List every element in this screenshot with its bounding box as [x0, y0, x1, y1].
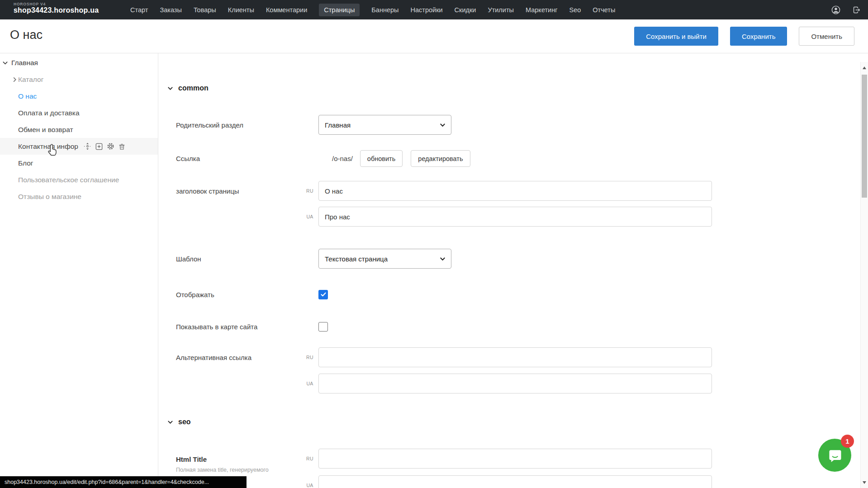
menu-item-start[interactable]: Старт — [130, 4, 148, 16]
scrollbar-down-button[interactable] — [861, 479, 868, 486]
chevron-right-icon[interactable] — [12, 76, 18, 82]
field-label: Альтернативная ссылка — [176, 354, 303, 361]
menu-item-seo[interactable]: Seo — [569, 4, 581, 16]
sidebar-item-kontaktnaya-informatsiya[interactable]: Контактная инфор — [0, 138, 158, 155]
lang-tag-ru: RU — [303, 456, 317, 461]
scrollbar-thumb[interactable] — [862, 75, 867, 198]
parent-section-row: Родительский раздел Главная — [176, 115, 856, 135]
sitemap-checkbox[interactable] — [318, 322, 328, 332]
sidebar-item-obmen-i-vozvrat[interactable]: Обмен и возврат — [0, 121, 158, 138]
page-title: О нас — [10, 28, 43, 42]
sidebar-item-katalog[interactable]: Каталог — [0, 71, 158, 88]
menu-item-banners[interactable]: Баннеры — [371, 4, 398, 16]
chat-notification-badge[interactable]: 1 — [841, 435, 854, 448]
sidebar-item-glavnaya[interactable]: Главная — [0, 54, 158, 71]
field-label-block: Html Title Полная замена title, генериру… — [176, 455, 303, 473]
field-label: Ссылка — [176, 155, 318, 162]
main-menu: Старт Заказы Товары Клиенты Комментарии … — [130, 0, 615, 19]
menu-item-reports[interactable]: Отчеты — [593, 4, 615, 16]
logo-version-label: HOROSHOP V4 — [14, 2, 99, 6]
select-value: Текстовая страница — [325, 255, 388, 263]
header-buttons: Сохранить и выйти Сохранить Отменить — [634, 27, 854, 46]
sidebar-item-label: О нас — [18, 92, 37, 100]
template-select[interactable]: Текстовая страница — [318, 249, 451, 269]
chevron-down-icon — [167, 419, 173, 425]
chevron-down-icon — [167, 85, 173, 91]
cancel-button[interactable]: Отменить — [799, 27, 854, 46]
delete-icon[interactable] — [119, 143, 125, 150]
menu-item-products[interactable]: Товары — [194, 4, 216, 16]
html-title-input-ru[interactable] — [318, 449, 712, 469]
select-value: Главная — [325, 121, 351, 129]
sidebar-item-label: Контактная инфор — [18, 142, 78, 151]
chevron-down-icon — [440, 256, 446, 262]
lang-tag-ua: UA — [303, 381, 317, 386]
sidebar-item-label: Главная — [11, 59, 38, 67]
html-title-ua-row: UA — [176, 475, 856, 488]
tree-item-actions — [84, 142, 125, 150]
menu-item-marketing[interactable]: Маркетинг — [526, 4, 558, 16]
alt-link-input-ua[interactable] — [318, 374, 712, 393]
page-title-ua-row: UA — [176, 207, 856, 227]
display-checkbox[interactable] — [318, 290, 328, 299]
logout-icon[interactable] — [852, 5, 862, 15]
sidebar-item-label: Блог — [18, 159, 33, 167]
alt-link-ua-row: UA — [176, 374, 856, 393]
lang-tag-ua: UA — [303, 483, 317, 488]
sidebar-item-blog[interactable]: Блог — [0, 155, 158, 171]
page-edit-form: common Родительский раздел Главная Ссылк… — [159, 53, 856, 488]
menu-item-discounts[interactable]: Скидки — [455, 4, 476, 16]
logo[interactable]: HOROSHOP V4 shop34423.horoshop.ua — [14, 2, 99, 14]
page-header: О нас Сохранить и выйти Сохранить Отмени… — [0, 19, 868, 53]
triangle-up-icon — [863, 66, 866, 69]
parent-section-select[interactable]: Главная — [318, 115, 451, 135]
section-seo-header[interactable]: seo — [167, 418, 191, 426]
field-label: Html Title — [176, 455, 303, 463]
sidebar-item-label: Пользовательское соглашение — [18, 176, 119, 184]
page-title-input-ua[interactable] — [318, 207, 712, 227]
html-title-ru-row: Html Title Полная замена title, генериру… — [176, 449, 856, 469]
move-icon[interactable] — [84, 142, 91, 150]
lang-tag-ru: RU — [303, 188, 317, 194]
menu-item-utilities[interactable]: Утилиты — [488, 4, 514, 16]
sidebar-item-otzyvy-o-magazine[interactable]: Отзывы о магазине — [0, 188, 158, 205]
scrollbar-up-button[interactable] — [861, 64, 868, 71]
sidebar-item-o-nas[interactable]: О нас — [0, 88, 158, 104]
display-row: Отображать — [176, 289, 856, 300]
chevron-down-icon — [440, 122, 446, 128]
sitemap-row: Показывать в карте сайта — [176, 321, 856, 332]
sidebar-item-oplata-i-dostavka[interactable]: Оплата и доставка — [0, 104, 158, 121]
sidebar-item-label: Отзывы о магазине — [18, 193, 81, 201]
chevron-down-icon[interactable] — [2, 60, 8, 66]
save-and-exit-button[interactable]: Сохранить и выйти — [634, 27, 718, 46]
vertical-scrollbar[interactable] — [860, 62, 868, 488]
page-title-ru-row: заголовок страницы RU — [176, 181, 856, 201]
alt-link-ru-row: Альтернативная ссылка RU — [176, 347, 856, 367]
menu-item-pages[interactable]: Страницы — [319, 4, 360, 16]
save-button[interactable]: Сохранить — [730, 27, 787, 46]
refresh-link-button[interactable]: обновить — [360, 150, 403, 167]
sidebar-item-label: Каталог — [18, 76, 43, 84]
menu-item-clients[interactable]: Клиенты — [228, 4, 254, 16]
alt-link-input-ru[interactable] — [318, 347, 712, 367]
chat-bubble-icon — [826, 447, 844, 464]
pages-tree-sidebar: Главная Каталог О нас Оплата и доставка … — [0, 53, 158, 488]
field-label: Показывать в карте сайта — [176, 323, 318, 331]
settings-icon[interactable] — [107, 142, 114, 150]
sidebar-item-polzovatelskoe-soglashenie[interactable]: Пользовательское соглашение — [0, 171, 158, 188]
section-common-header[interactable]: common — [167, 84, 209, 92]
lang-tag-ru: RU — [303, 355, 317, 360]
menu-item-comments[interactable]: Комментарии — [266, 4, 307, 16]
account-icon[interactable] — [831, 5, 841, 15]
link-preview-statusbar: shop34423.horoshop.ua/edit/edit.php?id=6… — [0, 476, 247, 488]
menu-item-orders[interactable]: Заказы — [160, 4, 181, 16]
edit-link-button[interactable]: редактировать — [411, 150, 470, 167]
section-title: common — [178, 84, 209, 92]
menu-item-settings[interactable]: Настройки — [410, 4, 442, 16]
check-icon — [320, 291, 327, 298]
page-title-input-ru[interactable] — [318, 181, 712, 201]
topbar-icons — [831, 0, 862, 19]
html-title-input-ua[interactable] — [318, 475, 712, 488]
add-icon[interactable] — [95, 143, 103, 150]
lang-tag-ua: UA — [303, 214, 317, 219]
